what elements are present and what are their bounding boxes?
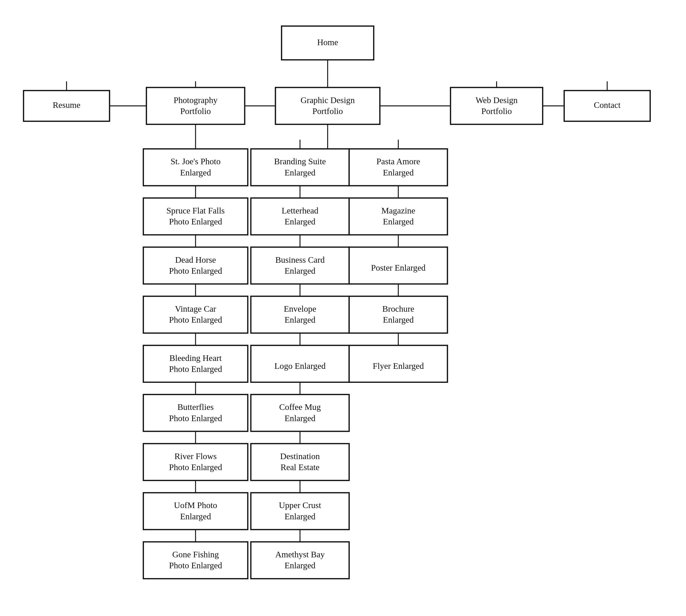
- svg-text:Enlarged: Enlarged: [180, 512, 211, 521]
- svg-text:Envelope: Envelope: [284, 304, 316, 313]
- photo-node-3[interactable]: [144, 296, 248, 333]
- svg-text:Poster Enlarged: Poster Enlarged: [371, 263, 426, 272]
- graphic-design-node[interactable]: [275, 87, 380, 124]
- svg-text:Dead Horse: Dead Horse: [175, 255, 216, 265]
- svg-text:Enlarged: Enlarged: [284, 217, 316, 226]
- svg-text:UofM Photo: UofM Photo: [174, 501, 217, 510]
- svg-text:Pasta Amore: Pasta Amore: [377, 157, 420, 166]
- svg-text:Gone Fishing: Gone Fishing: [172, 550, 219, 559]
- svg-text:Enlarged: Enlarged: [284, 414, 316, 423]
- web-design-node[interactable]: [450, 87, 542, 124]
- svg-text:Enlarged: Enlarged: [284, 168, 316, 177]
- graphic-left-1[interactable]: [251, 198, 349, 235]
- graphic-design-label1: Graphic Design: [301, 95, 355, 105]
- graphic-left-6[interactable]: [251, 444, 349, 480]
- svg-text:Enlarged: Enlarged: [284, 266, 316, 276]
- svg-text:Photo Enlarged: Photo Enlarged: [169, 462, 222, 472]
- svg-text:Photo Enlarged: Photo Enlarged: [169, 414, 222, 423]
- photo-node-8[interactable]: [144, 542, 248, 578]
- svg-text:Letterhead: Letterhead: [281, 206, 318, 215]
- photo-node-1[interactable]: [144, 198, 248, 235]
- web-design-label1: Web Design: [475, 95, 518, 105]
- photo-node-2[interactable]: [144, 247, 248, 284]
- contact-label: Contact: [594, 100, 621, 110]
- svg-text:Logo Enlarged: Logo Enlarged: [274, 361, 326, 371]
- svg-text:Destination: Destination: [280, 452, 320, 461]
- resume-label: Resume: [52, 100, 80, 110]
- svg-text:Flyer Enlarged: Flyer Enlarged: [372, 361, 424, 371]
- svg-text:Business Card: Business Card: [275, 255, 325, 265]
- svg-text:Photo Enlarged: Photo Enlarged: [169, 315, 222, 325]
- graphic-left-8[interactable]: [251, 542, 349, 578]
- graphic-design-label2: Portfolio: [313, 106, 343, 116]
- svg-text:St. Joe's Photo: St. Joe's Photo: [170, 157, 220, 166]
- svg-text:Photo Enlarged: Photo Enlarged: [169, 217, 222, 226]
- graphic-right-3[interactable]: [349, 296, 447, 333]
- svg-text:Butterflies: Butterflies: [177, 402, 214, 412]
- svg-text:Enlarged: Enlarged: [383, 168, 414, 177]
- svg-text:Photo Enlarged: Photo Enlarged: [169, 364, 222, 374]
- svg-text:Amethyst Bay: Amethyst Bay: [275, 550, 325, 559]
- svg-text:Enlarged: Enlarged: [180, 168, 211, 177]
- svg-text:Photo Enlarged: Photo Enlarged: [169, 560, 222, 570]
- graphic-left-7[interactable]: [251, 493, 349, 530]
- svg-text:Magazine: Magazine: [381, 206, 415, 215]
- photo-node-6[interactable]: [144, 444, 248, 480]
- svg-text:Bleeding Heart: Bleeding Heart: [169, 353, 222, 363]
- photo-node-5[interactable]: [144, 395, 248, 431]
- graphic-left-3[interactable]: [251, 296, 349, 333]
- graphic-right-1[interactable]: [349, 198, 447, 235]
- graphic-left-2[interactable]: [251, 247, 349, 284]
- photo-node-7[interactable]: [144, 493, 248, 530]
- graphic-left-0[interactable]: [251, 149, 349, 186]
- svg-text:Coffee Mug: Coffee Mug: [279, 402, 321, 412]
- photo-node-4[interactable]: [144, 345, 248, 382]
- home-label: Home: [317, 38, 338, 47]
- graphic-right-0[interactable]: [349, 149, 447, 186]
- photography-label1: Photography: [174, 95, 217, 105]
- photography-label2: Portfolio: [180, 106, 211, 116]
- svg-text:Enlarged: Enlarged: [284, 315, 316, 325]
- svg-text:Spruce Flat Falls: Spruce Flat Falls: [166, 206, 224, 215]
- svg-text:River Flows: River Flows: [174, 452, 217, 461]
- graphic-left-5[interactable]: [251, 395, 349, 431]
- photo-node-0[interactable]: [144, 149, 248, 186]
- svg-text:Enlarged: Enlarged: [284, 560, 316, 570]
- photography-node[interactable]: [147, 87, 245, 124]
- svg-text:Enlarged: Enlarged: [383, 315, 414, 325]
- svg-text:Brochure: Brochure: [382, 304, 414, 313]
- svg-text:Enlarged: Enlarged: [284, 512, 316, 521]
- svg-text:Enlarged: Enlarged: [383, 217, 414, 226]
- svg-text:Real Estate: Real Estate: [280, 462, 319, 472]
- svg-text:Upper Crust: Upper Crust: [279, 501, 321, 510]
- web-design-label2: Portfolio: [481, 106, 512, 116]
- svg-text:Branding Suite: Branding Suite: [274, 157, 326, 166]
- svg-text:Photo Enlarged: Photo Enlarged: [169, 266, 222, 276]
- svg-text:Vintage Car: Vintage Car: [175, 304, 216, 313]
